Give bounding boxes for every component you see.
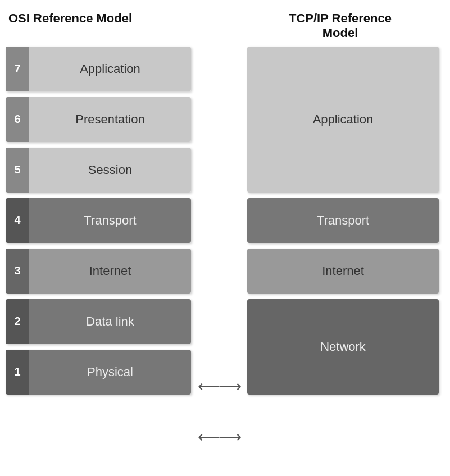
layer-4-number: 4 <box>6 198 29 243</box>
layer-7-label: Application <box>29 47 191 91</box>
tcpip-column: Application Transport Internet Network <box>242 47 439 465</box>
layer-4-label: Transport <box>29 198 191 243</box>
tcpip-transport-block: Transport <box>247 198 439 243</box>
double-arrow-data-link: ⟵⟶ <box>198 377 240 396</box>
osi-layer-4: 4 Transport <box>6 198 191 243</box>
layer-1-label: Physical <box>29 350 191 395</box>
tcpip-application-block: Application <box>247 47 439 193</box>
layer-2-label: Data link <box>29 299 191 344</box>
main-container: OSI Reference Model TCP/IP ReferenceMode… <box>0 0 450 476</box>
layer-6-number: 6 <box>6 97 29 142</box>
layer-2-number: 2 <box>6 299 29 344</box>
layer-3-number: 3 <box>6 249 29 294</box>
arrow-physical: ⟵⟶ <box>197 414 242 459</box>
arrow-column: ⟵⟶ ⟵⟶ <box>197 47 242 465</box>
layer-5-number: 5 <box>6 148 29 193</box>
osi-layer-3: 3 Internet <box>6 249 191 294</box>
tcpip-internet-block: Internet <box>247 249 439 294</box>
osi-layer-6: 6 Presentation <box>6 97 191 142</box>
osi-layer-7: 7 Application <box>6 47 191 91</box>
layer-7-number: 7 <box>6 47 29 91</box>
osi-layer-1: 1 Physical <box>6 350 191 395</box>
arrow-data-link: ⟵⟶ <box>197 364 242 409</box>
layer-5-label: Session <box>29 148 191 193</box>
layer-1-number: 1 <box>6 350 29 395</box>
tcpip-network-block: Network <box>247 299 439 395</box>
titles-row: OSI Reference Model TCP/IP ReferenceMode… <box>6 11 439 41</box>
osi-layer-5: 5 Session <box>6 148 191 193</box>
layer-3-label: Internet <box>29 249 191 294</box>
arrow-title-spacer <box>197 11 242 41</box>
osi-column: 7 Application 6 Presentation 5 Session 4… <box>6 47 197 465</box>
layer-6-label: Presentation <box>29 97 191 142</box>
arrow-top-spacer <box>197 111 242 358</box>
content-row: 7 Application 6 Presentation 5 Session 4… <box>6 47 439 465</box>
tcpip-model-title: TCP/IP ReferenceModel <box>242 11 439 41</box>
double-arrow-physical: ⟵⟶ <box>198 428 240 446</box>
osi-model-title: OSI Reference Model <box>6 11 197 41</box>
osi-layer-2: 2 Data link <box>6 299 191 344</box>
